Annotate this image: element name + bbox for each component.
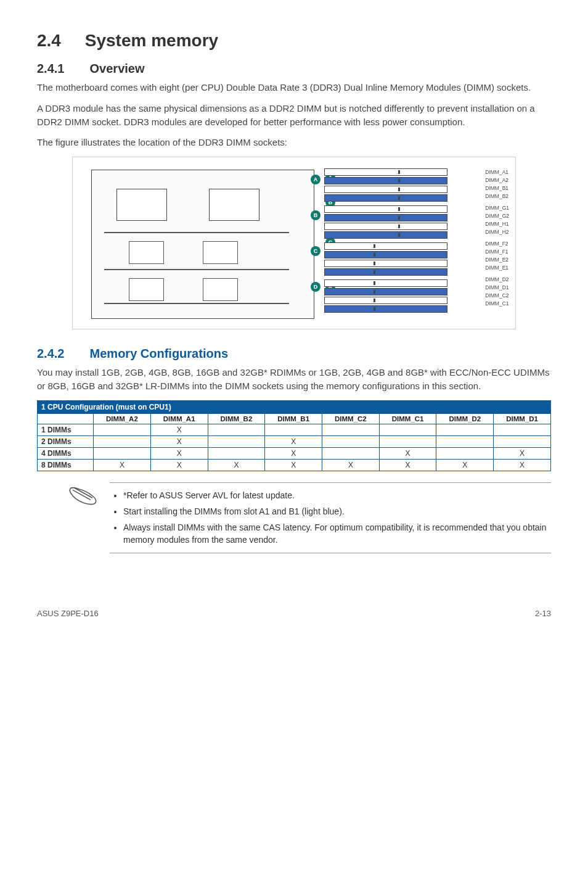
- col-header: DIMM_A1: [150, 413, 208, 424]
- table-row: 4 DIMMs X X X X: [38, 447, 551, 459]
- callout-badge: D: [311, 282, 321, 292]
- table-cell: [322, 435, 380, 447]
- table-cell: X: [150, 447, 208, 459]
- dimm-label: DIMM_B1: [485, 184, 509, 192]
- table-cell: [494, 435, 551, 447]
- dimm-label: DIMM_E1: [485, 264, 509, 272]
- table-cell: X: [494, 459, 551, 471]
- row-label: 8 DIMMs: [38, 459, 94, 471]
- dimm-detail-groups: A B C D: [324, 168, 447, 316]
- table-title: 1 CPU Configuration (must on CPU1): [38, 400, 551, 413]
- dimm-label: DIMM_D2: [485, 276, 509, 284]
- table-cell: [436, 424, 494, 435]
- dimm-label: DIMM_H2: [485, 228, 509, 236]
- memconfig-p1: You may install 1GB, 2GB, 4GB, 8GB, 16GB…: [37, 366, 551, 393]
- dimm-label: DIMM_A2: [485, 176, 509, 184]
- col-header: DIMM_C2: [322, 413, 380, 424]
- chip-icon: [203, 241, 238, 264]
- subsection-2-number: 2.4.2: [37, 347, 86, 361]
- note-item: Start installing the DIMMs from slot A1 …: [123, 505, 549, 518]
- footer-right: 2-13: [535, 609, 551, 618]
- table-cell: [94, 435, 151, 447]
- dimm-label: DIMM_H1: [485, 220, 509, 228]
- table-cell: [322, 447, 380, 459]
- table-cell: [494, 424, 551, 435]
- table-cell: X: [379, 447, 436, 459]
- dimm-label: DIMM_A1: [485, 168, 509, 176]
- cpu1-config-table: 1 CPU Configuration (must on CPU1) DIMM_…: [37, 400, 551, 471]
- note-content: *Refer to ASUS Server AVL for latest upd…: [110, 482, 551, 553]
- overview-p3: The figure illustrates the location of t…: [37, 136, 551, 149]
- section-title-text: System memory: [85, 31, 218, 50]
- table-cell: [436, 435, 494, 447]
- note-icon: [68, 485, 97, 507]
- table-cell: X: [494, 447, 551, 459]
- table-cell: X: [265, 447, 322, 459]
- table-row: 1 DIMMs X: [38, 424, 551, 435]
- overview-p1: The motherboard comes with eight (per CP…: [37, 81, 551, 94]
- table-cell: X: [436, 459, 494, 471]
- table-cell: X: [322, 459, 380, 471]
- cpu-socket-icon: [116, 189, 167, 221]
- section-number: 2.4: [37, 31, 80, 51]
- cpu-socket-icon: [209, 189, 259, 221]
- col-header: DIMM_D2: [436, 413, 494, 424]
- table-row: 8 DIMMs X X X X X X X X: [38, 459, 551, 471]
- table-cell: X: [265, 459, 322, 471]
- table-cell: X: [208, 459, 265, 471]
- footer-left: ASUS Z9PE-D16: [37, 609, 99, 618]
- table-cell: [94, 447, 151, 459]
- dimm-label: DIMM_F2: [485, 240, 509, 248]
- col-header: DIMM_B2: [208, 413, 265, 424]
- table-row: 2 DIMMs X X: [38, 435, 551, 447]
- subsection-1-number: 2.4.1: [37, 62, 86, 76]
- dimm-label: DIMM_F1: [485, 248, 509, 256]
- chip-icon: [129, 278, 164, 301]
- overview-p2: A DDR3 module has the same physical dime…: [37, 102, 551, 129]
- dimm-label-column: DIMM_A1 DIMM_A2 DIMM_B1 DIMM_B2 DIMM_G1 …: [485, 168, 509, 308]
- dimm-label: DIMM_E2: [485, 256, 509, 264]
- col-header: DIMM_D1: [494, 413, 551, 424]
- col-header: DIMM_A2: [94, 413, 151, 424]
- callout-badge: C: [311, 246, 321, 256]
- dimm-label: DIMM_B2: [485, 192, 509, 200]
- note-item: Always install DIMMs with the same CAS l…: [123, 521, 549, 547]
- table-corner: [38, 413, 94, 424]
- callout-badge: A: [311, 175, 321, 184]
- page-footer: ASUS Z9PE-D16 2-13: [37, 609, 551, 618]
- slot-line-icon: [104, 269, 289, 270]
- note-item: *Refer to ASUS Server AVL for latest upd…: [123, 489, 549, 501]
- col-header: DIMM_B1: [265, 413, 322, 424]
- table-cell: [322, 424, 380, 435]
- dimm-label: DIMM_C1: [485, 300, 509, 308]
- row-label: 1 DIMMs: [38, 424, 94, 435]
- table-cell: [379, 435, 436, 447]
- table-cell: X: [150, 459, 208, 471]
- row-label: 2 DIMMs: [38, 435, 94, 447]
- table-cell: X: [150, 424, 208, 435]
- dimm-label: DIMM_G2: [485, 212, 509, 220]
- col-header: DIMM_C1: [379, 413, 436, 424]
- dimm-label: DIMM_G1: [485, 204, 509, 212]
- table-cell: [208, 435, 265, 447]
- motherboard-outline: [91, 170, 314, 319]
- note-box: *Refer to ASUS Server AVL for latest upd…: [68, 482, 551, 553]
- table-cell: [436, 447, 494, 459]
- chip-icon: [129, 241, 164, 264]
- slot-line-icon: [104, 232, 289, 233]
- table-cell: X: [379, 459, 436, 471]
- section-heading: 2.4 System memory: [37, 31, 551, 51]
- subsection-2-heading: 2.4.2 Memory Configurations: [37, 347, 551, 361]
- subsection-1-heading: 2.4.1 Overview: [37, 62, 551, 76]
- table-cell: [94, 424, 151, 435]
- table-cell: X: [150, 435, 208, 447]
- table-cell: [208, 424, 265, 435]
- table-cell: [208, 447, 265, 459]
- slot-line-icon: [104, 303, 289, 304]
- callout-badge: B: [311, 210, 321, 220]
- dimm-location-figure: A B C D A B C: [72, 157, 516, 329]
- table-cell: X: [265, 435, 322, 447]
- subsection-2-title: Memory Configurations: [90, 347, 228, 360]
- subsection-1-title: Overview: [90, 62, 145, 75]
- table-cell: [379, 424, 436, 435]
